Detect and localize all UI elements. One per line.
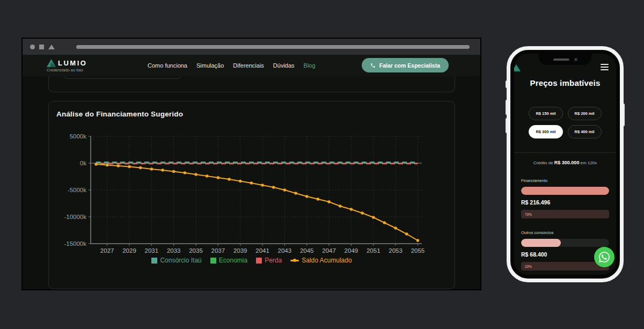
cutoff-card <box>48 76 455 92</box>
phone-icon <box>370 63 376 68</box>
svg-text:2037: 2037 <box>211 247 225 254</box>
other-consortiums-label: Outros consórcios <box>521 230 609 235</box>
nav-link-simulacao[interactable]: Simulação <box>196 62 224 69</box>
financing-analysis-card: Análise do Financiamento Sugerido 5000k0… <box>48 101 455 289</box>
legend-marker-icon <box>290 260 299 261</box>
price-pill-400[interactable]: R$ 400 mil <box>568 125 602 138</box>
financing-percent-bar: 73% <box>521 210 609 218</box>
svg-text:2055: 2055 <box>411 247 425 254</box>
legend-label: Economia <box>219 257 247 264</box>
talk-to-specialist-button[interactable]: Falar com Especialista <box>362 58 449 72</box>
browser-window: LUMIO Credenciado ao Itaú Como funciona … <box>21 38 481 290</box>
logo-tagline: Credenciado ao Itaú <box>47 68 87 72</box>
legend-label: Perda <box>265 257 282 264</box>
legend-item[interactable]: Saldo Acumulado <box>290 257 352 264</box>
prices-heading: Preços imbatíveis <box>514 78 616 87</box>
logo-wordmark: LUMIO <box>58 59 87 67</box>
svg-text:2045: 2045 <box>300 247 314 254</box>
site-logo[interactable]: LUMIO Credenciado ao Itaú <box>47 59 87 72</box>
legend-marker-icon <box>256 258 262 264</box>
phone-screen: Preços imbatíveis R$ 150 mil R$ 200 mil … <box>514 54 616 275</box>
legend-item[interactable]: Consórcio Itaú <box>151 257 201 264</box>
window-control-circle-icon[interactable] <box>30 45 35 49</box>
svg-text:2039: 2039 <box>233 247 247 254</box>
window-control-triangle-icon[interactable] <box>48 45 55 49</box>
svg-text:2027: 2027 <box>100 247 114 254</box>
other-percent: 23% <box>525 265 532 268</box>
cta-label: Falar com Especialista <box>379 62 440 69</box>
legend-item[interactable]: Perda <box>256 257 282 264</box>
legend-label: Saldo Acumulado <box>302 257 352 264</box>
financing-bar-track <box>521 187 609 195</box>
site-navbar: LUMIO Credenciado ao Itaú Como funciona … <box>23 55 480 76</box>
credit-amount: R$ 300.000 <box>554 160 580 165</box>
whatsapp-icon <box>599 252 610 262</box>
price-pill-300[interactable]: R$ 300 mil <box>529 125 562 138</box>
window-control-square-icon[interactable] <box>39 45 44 49</box>
cutoff-inner-box <box>63 76 181 79</box>
nav-link-diferenciais[interactable]: Diferenciais <box>233 62 264 69</box>
page-content: Análise do Financiamento Sugerido 5000k0… <box>23 76 480 289</box>
phone-speaker <box>553 59 569 61</box>
mobile-logo-icon <box>514 64 521 71</box>
svg-text:2047: 2047 <box>322 247 336 254</box>
phone-notch <box>539 54 591 65</box>
svg-text:2051: 2051 <box>367 247 380 254</box>
financing-label: Financiamento <box>521 178 609 183</box>
svg-text:-15000k: -15000k <box>64 240 86 247</box>
logo-triangle-icon <box>47 59 56 67</box>
phone-frame: Preços imbatíveis R$ 150 mil R$ 200 mil … <box>507 46 624 282</box>
legend-label: Consórcio Itaú <box>160 257 201 264</box>
credit-summary: Crédito de R$ 300.000 em 120x <box>514 160 616 165</box>
svg-text:5000k: 5000k <box>70 133 87 140</box>
svg-text:0k: 0k <box>80 160 86 166</box>
svg-text:2049: 2049 <box>345 247 358 254</box>
browser-titlebar <box>23 39 480 55</box>
svg-text:2029: 2029 <box>122 247 136 254</box>
legend-marker-icon <box>210 258 216 264</box>
hamburger-menu-icon[interactable] <box>601 64 609 70</box>
financing-section: Financiamento R$ 216.496 73% <box>514 178 616 218</box>
url-bar[interactable] <box>76 45 470 49</box>
svg-text:2053: 2053 <box>389 247 402 254</box>
nav-links: Como funciona Simulação Diferenciais Dúv… <box>148 55 316 76</box>
whatsapp-button[interactable] <box>594 247 614 267</box>
divider <box>514 152 616 153</box>
svg-text:2033: 2033 <box>167 247 181 254</box>
nav-link-como-funciona[interactable]: Como funciona <box>148 62 187 69</box>
svg-text:2035: 2035 <box>189 247 203 254</box>
financing-percent: 73% <box>525 213 532 216</box>
phone-camera <box>574 58 577 61</box>
svg-text:-10000k: -10000k <box>64 214 86 220</box>
other-bar-fill <box>521 239 561 247</box>
other-bar-track <box>521 239 609 247</box>
financing-chart: 5000k0k-5000k-10000k-15000k2027202920312… <box>56 120 448 255</box>
svg-text:2041: 2041 <box>255 247 269 254</box>
price-options: R$ 150 mil R$ 200 mil R$ 300 mil R$ 400 … <box>514 107 616 138</box>
phone-mockup: Preços imbatíveis R$ 150 mil R$ 200 mil … <box>507 46 624 282</box>
chart-legend: Consórcio ItaúEconomiaPerdaSaldo Acumula… <box>56 257 447 264</box>
nav-link-blog[interactable]: Blog <box>304 62 316 69</box>
svg-text:-5000k: -5000k <box>68 187 86 193</box>
nav-link-duvidas[interactable]: Dúvidas <box>273 62 295 69</box>
financing-bar-fill <box>521 187 609 195</box>
chart-title: Análise do Financiamento Sugerido <box>56 110 447 118</box>
financing-value: R$ 216.496 <box>521 199 609 206</box>
svg-text:2043: 2043 <box>278 247 292 254</box>
legend-marker-icon <box>151 258 157 264</box>
svg-text:2031: 2031 <box>145 247 159 254</box>
price-pill-200[interactable]: R$ 200 mil <box>568 107 602 120</box>
price-pill-150[interactable]: R$ 150 mil <box>529 107 562 120</box>
legend-item[interactable]: Economia <box>210 257 247 264</box>
